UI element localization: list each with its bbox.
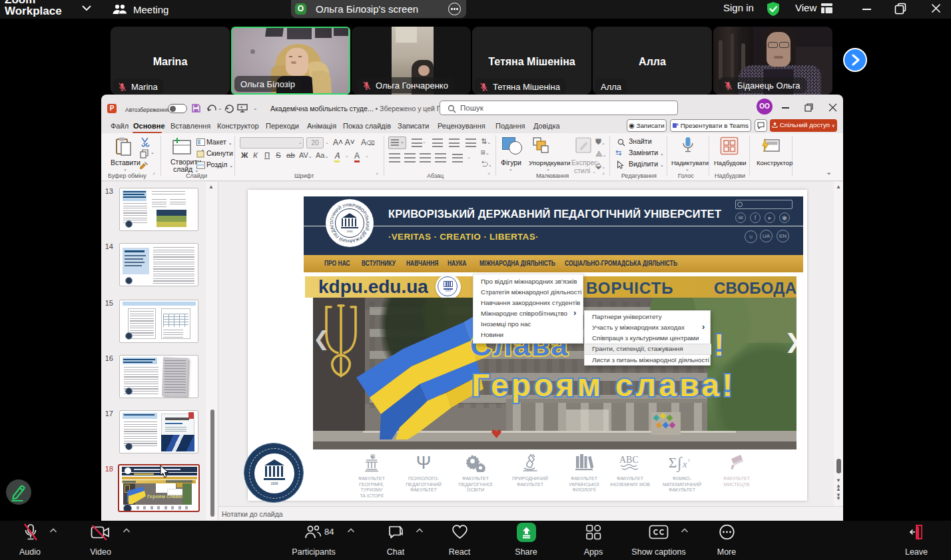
svg-text:ABC: ABC	[619, 455, 639, 465]
svg-text:Σ: Σ	[669, 455, 677, 471]
svg-text:∫: ∫	[676, 454, 683, 472]
svg-text:x: x	[682, 459, 687, 469]
svg-text:²: ²	[688, 457, 690, 464]
svg-text:Героям слава!: Героям слава!	[472, 368, 735, 403]
